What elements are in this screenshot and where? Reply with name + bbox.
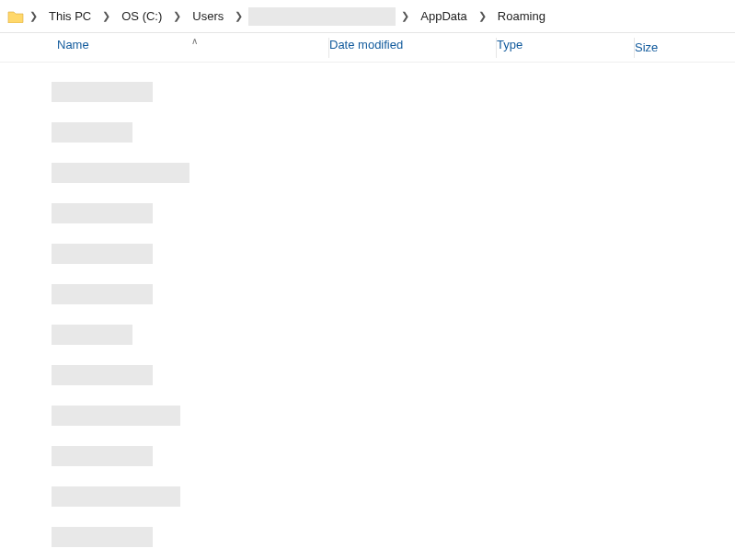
redacted-name [52, 527, 153, 547]
chevron-right-icon[interactable]: ❯ [233, 10, 245, 22]
list-item-redacted[interactable] [0, 274, 735, 314]
sort-indicator-icon: ∧ [191, 36, 198, 46]
column-name-label: Name [57, 38, 89, 51]
crumb-drive[interactable]: OS (C:) [116, 7, 167, 25]
crumb-this-pc[interactable]: This PC [43, 7, 97, 25]
redacted-name [52, 203, 153, 223]
list-item-redacted[interactable] [0, 193, 735, 234]
chevron-right-icon[interactable]: ❯ [171, 10, 183, 22]
list-item-redacted[interactable] [0, 153, 735, 193]
list-item-redacted[interactable] [0, 517, 735, 557]
chevron-right-icon[interactable]: ❯ [28, 10, 40, 22]
column-size[interactable]: Size [635, 40, 708, 54]
redacted-name [52, 406, 180, 426]
list-item-redacted[interactable] [0, 476, 735, 517]
list-item-redacted[interactable] [0, 112, 735, 153]
list-item-redacted[interactable] [0, 72, 735, 112]
list-item-redacted[interactable] [0, 436, 735, 476]
list-item-redacted[interactable] [0, 355, 735, 395]
redacted-name [52, 365, 153, 385]
column-type[interactable]: Type [497, 38, 635, 58]
column-headers: Name ∧ Date modified Type Size [0, 33, 735, 63]
folder-icon [7, 10, 24, 23]
chevron-right-icon[interactable]: ❯ [399, 10, 411, 22]
crumb-appdata[interactable]: AppData [415, 7, 473, 25]
redacted-name [52, 446, 153, 466]
crumb-username-redacted[interactable] [248, 7, 396, 26]
crumb-roaming[interactable]: Roaming [492, 7, 551, 25]
file-list [0, 63, 735, 557]
chevron-right-icon[interactable]: ❯ [100, 10, 112, 22]
column-date[interactable]: Date modified [329, 38, 497, 58]
redacted-name [52, 122, 132, 143]
redacted-name [52, 244, 153, 264]
redacted-name [52, 163, 189, 183]
redacted-name [52, 486, 180, 507]
crumb-users[interactable]: Users [187, 7, 229, 25]
list-item-redacted[interactable] [0, 395, 735, 436]
list-item-redacted[interactable] [0, 234, 735, 274]
chevron-right-icon[interactable]: ❯ [477, 10, 488, 22]
breadcrumb[interactable]: ❯ This PC ❯ OS (C:) ❯ Users ❯ ❯ AppData … [0, 0, 735, 33]
redacted-name [52, 325, 132, 345]
redacted-name [52, 284, 153, 304]
redacted-name [52, 82, 153, 102]
column-name[interactable]: Name ∧ [57, 38, 329, 58]
list-item-redacted[interactable] [0, 314, 735, 355]
